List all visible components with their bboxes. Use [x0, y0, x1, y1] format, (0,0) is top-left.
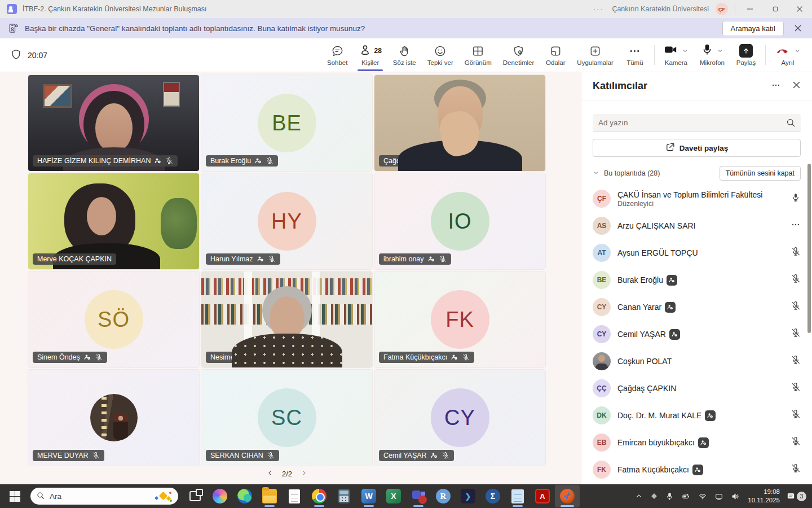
- people-button[interactable]: 28 Kişiler: [353, 38, 387, 72]
- taskbar-clock[interactable]: 19:08 10.11.2025: [748, 488, 780, 505]
- dev-icon: ❯: [461, 489, 475, 503]
- panel-scrollbar-thumb[interactable]: [807, 164, 811, 333]
- maximize-button[interactable]: [762, 0, 787, 18]
- video-tile[interactable]: SÖSinem Öndeş: [28, 271, 199, 367]
- search-icon[interactable]: [785, 117, 796, 130]
- participant-name: Merve KOÇAK ÇAPKIN: [37, 255, 112, 263]
- leave-chevron-icon[interactable]: [794, 47, 801, 54]
- taskbar-app-copilot[interactable]: [208, 485, 232, 507]
- row-more-icon[interactable]: [791, 220, 801, 232]
- participant-row[interactable]: EBEmircan büyükbıçakcı: [593, 429, 801, 456]
- taskbar-search[interactable]: Ara: [30, 488, 178, 505]
- apps-button[interactable]: Uygulamalar: [571, 38, 619, 72]
- participant-row[interactable]: ATAysun ERGÜL TOPÇU: [593, 239, 801, 266]
- taskbar-app-r[interactable]: R: [431, 485, 456, 507]
- mic-off-icon[interactable]: [791, 382, 801, 395]
- titlebar-overflow-icon[interactable]: ···: [585, 5, 612, 14]
- banner-close-icon[interactable]: [792, 22, 804, 34]
- mic-off-icon[interactable]: [791, 274, 801, 286]
- video-tile[interactable]: BEBurak Eroğlu: [201, 75, 372, 171]
- rooms-button[interactable]: Odalar: [540, 38, 571, 72]
- mic-off-icon[interactable]: [791, 247, 801, 259]
- mic-off-icon[interactable]: [791, 328, 801, 340]
- share-button[interactable]: Paylaş: [730, 38, 762, 72]
- video-tile[interactable]: Nesime CEYHAN AKÇA: [201, 271, 372, 367]
- taskbar-app-word[interactable]: W: [356, 485, 381, 507]
- taskbar-app-sigma[interactable]: Σ: [480, 485, 505, 507]
- tray-mic-icon[interactable]: [664, 491, 676, 502]
- taskbar-app-taskview[interactable]: [183, 485, 208, 507]
- participant-row[interactable]: ÇFÇAKÜ İnsan ve Toplum Bilimleri Fakülte…: [593, 185, 801, 212]
- react-button[interactable]: Tepki ver: [422, 38, 459, 72]
- prev-page-icon[interactable]: [266, 469, 274, 479]
- tray-wifi-icon[interactable]: [696, 491, 709, 502]
- video-tile[interactable]: FKFatma Küçükbıçakcı: [374, 271, 545, 367]
- taskbar-app-note2[interactable]: [505, 485, 530, 507]
- raise-hand-button[interactable]: Söz iste: [387, 38, 422, 72]
- video-tile[interactable]: CYCemil YAŞAR: [374, 370, 545, 466]
- participant-row[interactable]: Coşkun POLAT: [593, 348, 801, 375]
- mic-off-icon[interactable]: [791, 301, 801, 313]
- participant-row[interactable]: ÇÇÇağdaş ÇAPKIN: [593, 375, 801, 402]
- video-tile[interactable]: IOibrahim onay: [374, 173, 545, 269]
- taskbar-app-acrobat[interactable]: A: [530, 485, 555, 507]
- leave-button[interactable]: Ayrıl: [769, 38, 806, 72]
- user-avatar[interactable]: ÇF: [716, 3, 728, 15]
- tray-speaker-icon[interactable]: [729, 491, 742, 502]
- panel-close-icon[interactable]: [792, 81, 801, 91]
- taskbar-app-explorer[interactable]: [257, 485, 282, 507]
- taskbar-app-chrome[interactable]: [307, 485, 332, 507]
- participant-row[interactable]: FKFatma Küçükbıçakcı: [593, 456, 801, 483]
- taskbar-app-doc[interactable]: [282, 485, 307, 507]
- more-button[interactable]: Tümü: [619, 38, 651, 72]
- taskbar-app-edge[interactable]: [232, 485, 257, 507]
- next-page-icon[interactable]: [300, 469, 308, 479]
- start-button[interactable]: [3, 486, 26, 506]
- tray-diamond-icon[interactable]: [648, 491, 660, 502]
- section-chevron-icon[interactable]: [593, 169, 599, 178]
- video-tile[interactable]: SCSERKAN CIHAN: [201, 370, 372, 466]
- participant-row[interactable]: CYCemil YAŞAR: [593, 321, 801, 348]
- video-tile[interactable]: MERVE DUYAR: [28, 370, 199, 466]
- mic-off-icon[interactable]: [791, 463, 801, 476]
- participant-row[interactable]: ASArzu ÇALIŞKAN SARI: [593, 212, 801, 239]
- mic-on-icon[interactable]: [791, 192, 801, 205]
- taskbar-app-dev[interactable]: ❯: [456, 485, 480, 507]
- mic-off-icon[interactable]: [791, 409, 801, 422]
- minimize-button[interactable]: [738, 0, 762, 18]
- mic-chevron-icon[interactable]: [717, 47, 723, 54]
- participant-avatar: DK: [593, 406, 611, 424]
- video-tile[interactable]: Merve KOÇAK ÇAPKIN: [28, 173, 199, 269]
- tray-battery-icon[interactable]: [679, 491, 692, 502]
- mic-button[interactable]: Mikrofon: [694, 38, 730, 72]
- mic-off-icon[interactable]: [791, 355, 801, 367]
- participant-row[interactable]: BEBurak Eroğlu: [593, 266, 801, 294]
- taskbar-app-excel[interactable]: X: [381, 485, 406, 507]
- participant-row[interactable]: CYCanan Yarar: [593, 294, 801, 321]
- panel-more-icon[interactable]: [771, 80, 781, 93]
- view-button[interactable]: Görünüm: [459, 38, 497, 72]
- participant-search-input[interactable]: [593, 114, 801, 132]
- camera-chevron-icon[interactable]: [682, 47, 689, 54]
- join-call-button[interactable]: Aramaya katıl: [722, 21, 784, 36]
- participant-name: Cemil YAŞAR: [617, 329, 680, 340]
- video-tile[interactable]: HAFİZE GİZEM KILINÇ DEMİRHAN: [28, 75, 199, 171]
- chat-button[interactable]: Sohbet: [321, 38, 353, 72]
- notification-center[interactable]: 3: [786, 492, 806, 501]
- taskbar-app-capture[interactable]: [555, 485, 580, 507]
- camera-button[interactable]: Kamera: [658, 38, 694, 72]
- mute-all-button[interactable]: Tümünün sesini kapat: [720, 166, 801, 181]
- taskbar-app-teams[interactable]: [406, 485, 431, 507]
- taskbar-app-calc[interactable]: [332, 485, 356, 507]
- person-status-badge-icon: [665, 302, 676, 313]
- participant-row[interactable]: DKDoç. Dr. M. Murat KALE: [593, 402, 801, 429]
- tray-chevron-up-icon[interactable]: [633, 491, 645, 502]
- video-tile[interactable]: Çağdaş ÇAPKIN: [374, 75, 545, 171]
- windows-taskbar: Ara WXR❯ΣA 19:08 10.11.2025 3: [0, 484, 812, 508]
- video-tile[interactable]: HYHarun Yılmaz: [201, 173, 372, 269]
- mic-off-icon[interactable]: [791, 436, 801, 449]
- controls-button[interactable]: Denetimler: [497, 38, 540, 72]
- close-window-button[interactable]: [787, 0, 812, 18]
- tray-cast-icon[interactable]: [713, 491, 725, 502]
- share-invite-button[interactable]: Daveti paylaş: [593, 139, 801, 157]
